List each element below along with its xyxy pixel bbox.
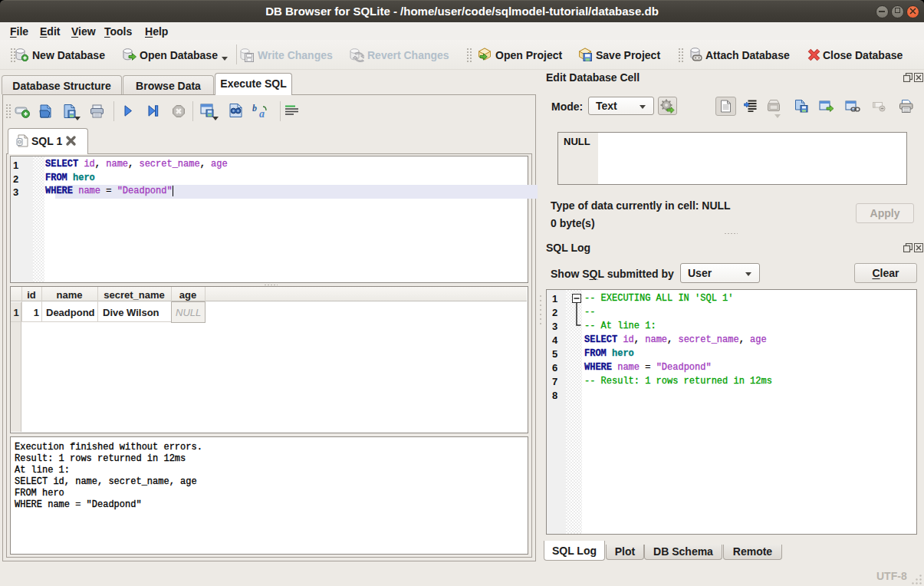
svg-text:a: a [259, 108, 265, 119]
svg-text:b: b [252, 104, 257, 114]
